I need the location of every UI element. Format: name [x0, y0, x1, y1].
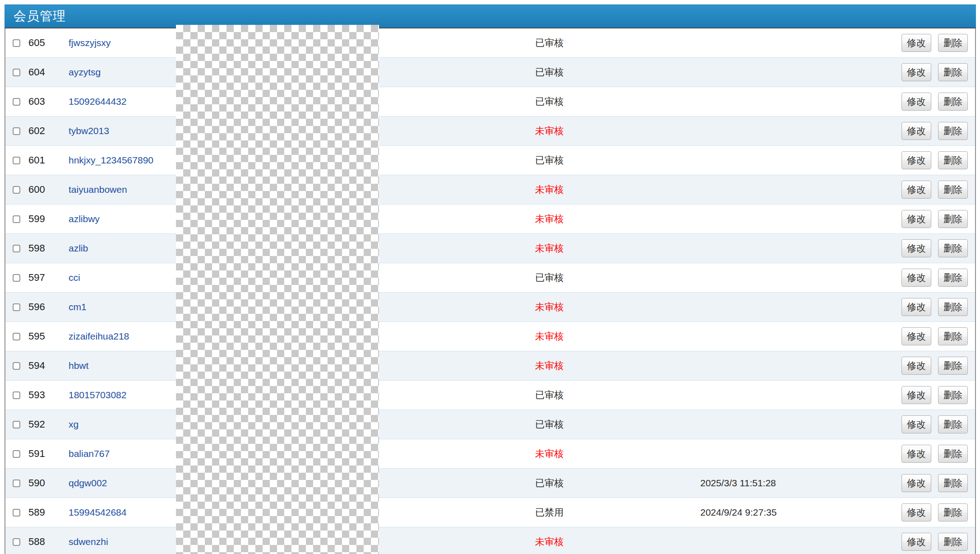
table-row: 593 18015703082 已审核 修改 删除	[5, 381, 975, 410]
edit-button[interactable]: 修改	[901, 386, 931, 404]
edit-button[interactable]: 修改	[901, 533, 931, 551]
row-checkbox[interactable]	[13, 127, 20, 135]
member-id: 590	[28, 477, 69, 489]
delete-button[interactable]: 删除	[938, 63, 968, 81]
username-link[interactable]: taiyuanbowen	[69, 184, 127, 195]
status-text: 已审核	[535, 154, 700, 167]
username-link[interactable]: zizaifeihua218	[69, 331, 129, 342]
delete-button[interactable]: 删除	[938, 239, 968, 257]
edit-button[interactable]: 修改	[901, 151, 931, 169]
username-link[interactable]: azlib	[69, 243, 88, 254]
row-checkbox[interactable]	[13, 98, 20, 106]
actions-cell: 修改 删除	[901, 34, 975, 52]
row-checkbox[interactable]	[13, 215, 20, 223]
row-checkbox[interactable]	[13, 303, 20, 311]
delete-button[interactable]: 删除	[938, 415, 968, 433]
table-row: 604 ayzytsg 已审核 修改 删除	[5, 58, 975, 87]
row-checkbox[interactable]	[13, 362, 20, 370]
table-row: 603 15092644432 已审核 修改 删除	[5, 87, 975, 116]
checkbox-cell	[5, 274, 28, 282]
row-checkbox[interactable]	[13, 333, 20, 340]
delete-button[interactable]: 删除	[938, 181, 968, 199]
row-checkbox[interactable]	[13, 274, 20, 282]
username-link[interactable]: cci	[69, 272, 80, 283]
checkbox-cell	[5, 509, 28, 517]
row-checkbox[interactable]	[13, 480, 20, 487]
actions-cell: 修改 删除	[901, 210, 975, 228]
member-id: 602	[28, 125, 69, 137]
checkbox-cell	[5, 480, 28, 487]
table-row: 605 fjwszyjsxy 已审核 修改 删除	[5, 28, 975, 58]
delete-button[interactable]: 删除	[938, 269, 968, 287]
delete-button[interactable]: 删除	[938, 474, 968, 492]
edit-button[interactable]: 修改	[901, 415, 931, 433]
username-link[interactable]: 15092644432	[69, 96, 126, 107]
member-id: 605	[28, 37, 69, 49]
username-link[interactable]: tybw2013	[69, 126, 109, 136]
actions-cell: 修改 删除	[901, 298, 975, 316]
delete-button[interactable]: 删除	[938, 122, 968, 140]
row-checkbox[interactable]	[13, 39, 20, 47]
edit-button[interactable]: 修改	[901, 327, 931, 345]
edit-button[interactable]: 修改	[901, 269, 931, 287]
username-link[interactable]: 18015703082	[69, 390, 126, 400]
table-row: 588 sdwenzhi 未审核 修改 删除	[5, 527, 975, 554]
status-text: 未审核	[535, 183, 700, 196]
username-link[interactable]: hbwt	[69, 360, 88, 371]
delete-button[interactable]: 删除	[938, 34, 968, 52]
edit-button[interactable]: 修改	[901, 357, 931, 375]
username-link[interactable]: qdgw002	[69, 478, 107, 489]
delete-button[interactable]: 删除	[938, 503, 968, 521]
edit-button[interactable]: 修改	[901, 474, 931, 492]
username-link[interactable]: hnkjxy_1234567890	[69, 155, 153, 166]
table-row: 592 xg 已审核 修改 删除	[5, 410, 975, 439]
delete-button[interactable]: 删除	[938, 210, 968, 228]
edit-button[interactable]: 修改	[901, 210, 931, 228]
row-checkbox[interactable]	[13, 157, 20, 164]
delete-button[interactable]: 删除	[938, 298, 968, 316]
delete-button[interactable]: 删除	[938, 357, 968, 375]
actions-cell: 修改 删除	[901, 503, 975, 521]
username-link[interactable]: ayzytsg	[69, 67, 101, 78]
row-checkbox[interactable]	[13, 69, 20, 76]
edit-button[interactable]: 修改	[901, 63, 931, 81]
edit-button[interactable]: 修改	[901, 34, 931, 52]
row-checkbox[interactable]	[13, 186, 20, 194]
actions-cell: 修改 删除	[901, 93, 975, 111]
member-id: 592	[28, 419, 69, 430]
row-checkbox[interactable]	[13, 538, 20, 546]
row-checkbox[interactable]	[13, 450, 20, 458]
checkbox-cell	[5, 157, 28, 164]
edit-button[interactable]: 修改	[901, 93, 931, 111]
delete-button[interactable]: 删除	[938, 327, 968, 345]
row-checkbox[interactable]	[13, 391, 20, 399]
edit-button[interactable]: 修改	[901, 122, 931, 140]
edit-button[interactable]: 修改	[901, 239, 931, 257]
row-checkbox[interactable]	[13, 421, 20, 428]
checkbox-cell	[5, 69, 28, 76]
username-link[interactable]: 15994542684	[69, 507, 126, 518]
username-link[interactable]: azlibwy	[69, 214, 100, 224]
username-link[interactable]: xg	[69, 419, 79, 430]
delete-button[interactable]: 删除	[938, 445, 968, 463]
username-link[interactable]: cm1	[69, 302, 87, 312]
delete-button[interactable]: 删除	[938, 386, 968, 404]
username-link[interactable]: sdwenzhi	[69, 536, 108, 547]
actions-cell: 修改 删除	[901, 122, 975, 140]
row-checkbox[interactable]	[13, 509, 20, 517]
username-link[interactable]: fjwszyjsxy	[69, 37, 111, 48]
delete-button[interactable]: 删除	[938, 151, 968, 169]
actions-cell: 修改 删除	[901, 445, 975, 463]
username-link[interactable]: balian767	[69, 448, 110, 459]
delete-button[interactable]: 删除	[938, 533, 968, 551]
delete-button[interactable]: 删除	[938, 93, 968, 111]
actions-cell: 修改 删除	[901, 533, 975, 551]
edit-button[interactable]: 修改	[901, 503, 931, 521]
row-checkbox[interactable]	[13, 245, 20, 252]
edit-button[interactable]: 修改	[901, 445, 931, 463]
status-text: 未审核	[535, 330, 700, 343]
register-date: 2025/3/3 11:51:28	[700, 478, 901, 489]
edit-button[interactable]: 修改	[901, 298, 931, 316]
table-row: 597 cci 已审核 修改 删除	[5, 263, 975, 293]
edit-button[interactable]: 修改	[901, 181, 931, 199]
